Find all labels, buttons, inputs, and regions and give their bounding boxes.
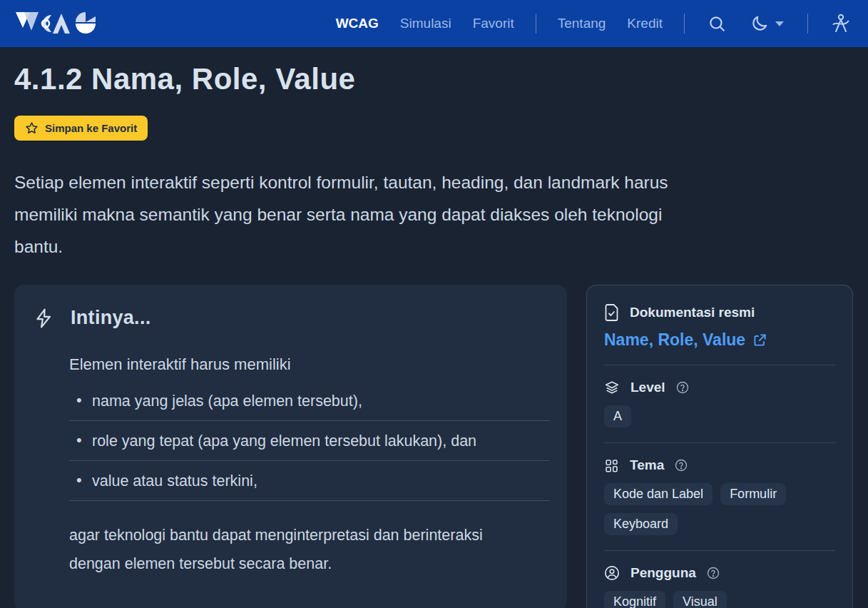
- tag: Visual: [673, 591, 727, 608]
- moon-icon: [750, 14, 769, 33]
- navbar: WCAG Simulasi Favorit Tentang Kredit: [0, 0, 868, 47]
- tag: Kode dan Label: [604, 483, 713, 505]
- nav-divider: [684, 14, 685, 34]
- user-circle-icon: [604, 565, 620, 581]
- list-item: nama yang jelas (apa elemen tersebut),: [69, 381, 550, 421]
- tag: Kognitif: [604, 591, 665, 608]
- nav-divider: [807, 14, 808, 34]
- summary-list: nama yang jelas (apa elemen tersebut), r…: [69, 381, 550, 501]
- search-icon: [708, 14, 726, 33]
- chevron-down-icon: [775, 20, 785, 27]
- nav-item-tentang[interactable]: Tentang: [558, 16, 606, 31]
- level-badge: A: [604, 405, 631, 427]
- external-link-icon: [753, 333, 767, 347]
- tema-section-label: Tema: [630, 457, 664, 473]
- search-button[interactable]: [706, 13, 727, 34]
- summary-card: Intinya... Elemen interaktif harus memil…: [14, 285, 567, 608]
- pengguna-tags: Kognitif Visual: [604, 591, 811, 608]
- pengguna-help-icon[interactable]: [707, 567, 720, 579]
- summary-footer: agar teknologi bantu dapat menginterpret…: [69, 521, 536, 578]
- save-favorite-label: Simpan ke Favorit: [45, 122, 137, 134]
- intro-line: bantu.: [14, 230, 853, 263]
- accessibility-button[interactable]: [829, 11, 852, 36]
- accessibility-icon: [831, 13, 851, 34]
- list-item: role yang tepat (apa yang elemen tersebu…: [69, 421, 550, 461]
- card-divider: [604, 550, 835, 551]
- intro-paragraph: Setiap elemen interaktif seperti kontrol…: [14, 166, 853, 263]
- save-favorite-button[interactable]: Simpan ke Favorit: [14, 116, 148, 141]
- page-title: 4.1.2 Nama, Role, Value: [14, 61, 853, 97]
- level-tags: A: [604, 405, 811, 427]
- nav-divider: [536, 14, 536, 34]
- official-doc-link[interactable]: Name, Role, Value: [604, 330, 835, 350]
- nav-item-simulasi[interactable]: Simulasi: [400, 16, 451, 31]
- nav-item-favorit[interactable]: Favorit: [473, 16, 514, 31]
- layers-icon: [604, 380, 620, 395]
- official-doc-link-label: Name, Role, Value: [604, 330, 745, 350]
- tag: Keyboard: [604, 513, 678, 535]
- info-card: Dokumentasi resmi Name, Role, Value Leve…: [586, 285, 853, 608]
- list-item: value atau status terkini,: [69, 461, 550, 501]
- level-help-icon[interactable]: [676, 381, 689, 394]
- wcag-logo-icon: [14, 9, 101, 38]
- main-content: 4.1.2 Nama, Role, Value Simpan ke Favori…: [0, 61, 868, 608]
- lightning-icon: [34, 308, 53, 329]
- category-grid-icon: [604, 458, 619, 473]
- star-icon: [25, 121, 39, 135]
- tema-tags: Kode dan Label Formulir Keyboard: [604, 483, 811, 535]
- wcag-logo[interactable]: [14, 9, 101, 38]
- tag: Formulir: [720, 483, 786, 505]
- tema-help-icon[interactable]: [675, 459, 688, 472]
- document-check-icon: [604, 304, 619, 321]
- pengguna-section-label: Pengguna: [630, 565, 696, 581]
- nav-links: WCAG Simulasi Favorit Tentang Kredit: [336, 11, 852, 36]
- nav-item-wcag[interactable]: WCAG: [336, 16, 379, 31]
- nav-item-kredit[interactable]: Kredit: [627, 16, 663, 31]
- summary-lead: Elemen interaktif harus memiliki: [69, 355, 550, 374]
- theme-toggle-button[interactable]: [749, 13, 786, 34]
- doc-section-label: Dokumentasi resmi: [630, 305, 755, 320]
- card-divider: [604, 365, 835, 365]
- summary-card-title: Intinya...: [71, 307, 151, 329]
- intro-line: memiliki makna semantik yang benar serta…: [14, 198, 853, 230]
- intro-line: Setiap elemen interaktif seperti kontrol…: [14, 166, 853, 198]
- card-divider: [604, 442, 835, 443]
- level-section-label: Level: [630, 380, 665, 395]
